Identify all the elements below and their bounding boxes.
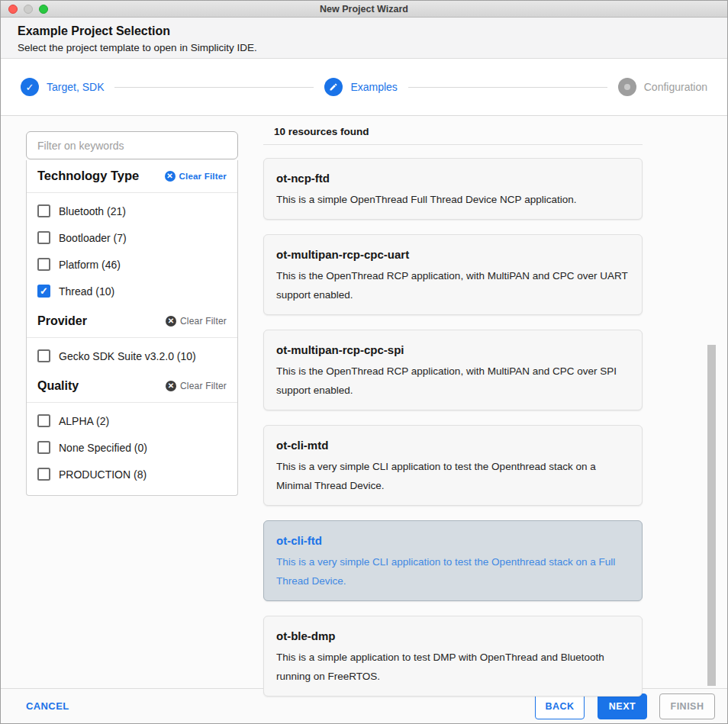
filter-option-gecko-sdk[interactable]: Gecko SDK Suite v3.2.0 (10) bbox=[27, 343, 237, 369]
clear-circle-x-icon: ✕ bbox=[166, 381, 176, 391]
checkbox[interactable] bbox=[37, 441, 50, 454]
filter-option-alpha[interactable]: ALPHA (2) bbox=[27, 407, 237, 434]
filter-option-label: Bootloader (7) bbox=[59, 232, 127, 244]
filter-option-bluetooth[interactable]: Bluetooth (21) bbox=[27, 198, 237, 224]
wizard-content: Technology Type ✕ Clear Filter Bluetooth… bbox=[1, 116, 727, 688]
wizard-stepper: ✓ Target, SDK Examples Configuration bbox=[1, 59, 727, 116]
page-title: Example Project Selection bbox=[18, 24, 710, 38]
clear-circle-x-icon: ✕ bbox=[165, 171, 176, 182]
clear-filter-technology-button[interactable]: ✕ Clear Filter bbox=[165, 171, 227, 182]
filter-option-label: Thread (10) bbox=[59, 285, 114, 298]
titlebar: New Project Wizard bbox=[1, 1, 727, 18]
checkbox[interactable] bbox=[37, 204, 50, 217]
cancel-button[interactable]: CANCEL bbox=[26, 700, 69, 712]
card-description: This is the OpenThread RCP application, … bbox=[276, 266, 630, 304]
quality-options: ALPHA (2) None Specified (0) PRODUCTION … bbox=[27, 403, 237, 489]
step-label: Configuration bbox=[644, 81, 707, 93]
filter-option-none-specified[interactable]: None Specified (0) bbox=[27, 434, 237, 461]
example-card-ot-ble-dmp[interactable]: ot-ble-dmp This is a simple application … bbox=[263, 616, 643, 697]
example-card-ot-multipan-rcp-cpc-uart[interactable]: ot-multipan-rcp-cpc-uart This is the Ope… bbox=[263, 234, 643, 315]
finish-button[interactable]: FINISH bbox=[659, 693, 715, 719]
window-title: New Project Wizard bbox=[1, 4, 727, 14]
new-project-wizard-window: New Project Wizard Example Project Selec… bbox=[0, 0, 728, 724]
card-description: This is a simple application to test DMP… bbox=[276, 648, 630, 686]
clear-filter-provider-button[interactable]: ✕ Clear Filter bbox=[166, 316, 227, 327]
card-title: ot-multipan-rcp-cpc-spi bbox=[276, 343, 630, 356]
checkbox[interactable] bbox=[37, 285, 50, 298]
checkbox[interactable] bbox=[37, 414, 50, 427]
card-description: This is a very simple CLI application to… bbox=[276, 552, 630, 590]
card-title: ot-multipan-rcp-cpc-uart bbox=[276, 248, 630, 261]
filter-option-label: Gecko SDK Suite v3.2.0 (10) bbox=[59, 350, 196, 362]
back-button[interactable]: BACK bbox=[535, 693, 585, 719]
card-description: This is a simple OpenThread Full Thread … bbox=[276, 190, 630, 209]
filter-option-production[interactable]: PRODUCTION (8) bbox=[27, 461, 237, 487]
card-title: ot-ncp-ftd bbox=[276, 172, 630, 185]
clear-filter-quality-button[interactable]: ✕ Clear Filter bbox=[166, 381, 227, 391]
filter-sidebar: Technology Type ✕ Clear Filter Bluetooth… bbox=[26, 131, 238, 496]
step-target-sdk[interactable]: ✓ Target, SDK bbox=[21, 78, 104, 96]
filter-option-label: Platform (46) bbox=[59, 259, 121, 271]
filter-option-label: PRODUCTION (8) bbox=[59, 468, 147, 481]
page-header: Example Project Selection Select the pro… bbox=[1, 18, 727, 59]
provider-options: Gecko SDK Suite v3.2.0 (10) bbox=[27, 338, 237, 371]
check-icon: ✓ bbox=[21, 78, 39, 96]
technology-type-options: Bluetooth (21) Bootloader (7) Platform (… bbox=[27, 193, 237, 306]
keyword-filter-input[interactable] bbox=[26, 131, 238, 159]
filter-section-quality: Quality ✕ Clear Filter bbox=[27, 371, 237, 403]
step-label: Examples bbox=[350, 81, 397, 93]
stepper-connector bbox=[408, 87, 607, 88]
stepper-connector bbox=[114, 87, 314, 88]
dot-icon bbox=[618, 78, 636, 96]
card-description: This is the OpenThread RCP application, … bbox=[276, 362, 630, 400]
checkbox[interactable] bbox=[37, 468, 50, 481]
results-divider bbox=[263, 144, 643, 145]
filter-option-thread[interactable]: Thread (10) bbox=[27, 278, 237, 304]
clear-filter-label: Clear Filter bbox=[179, 172, 227, 181]
filter-option-label: Bluetooth (21) bbox=[59, 205, 126, 217]
example-card-list: ot-ncp-ftd This is a simple OpenThread F… bbox=[263, 158, 643, 697]
scrollbar-thumb[interactable] bbox=[707, 345, 716, 686]
filter-section-title: Quality bbox=[37, 379, 79, 393]
checkbox[interactable] bbox=[37, 349, 50, 362]
clear-circle-x-icon: ✕ bbox=[166, 316, 176, 327]
results-panel: 10 resources found ot-ncp-ftd This is a … bbox=[263, 126, 643, 697]
clear-filter-label: Clear Filter bbox=[180, 381, 227, 391]
checkbox[interactable] bbox=[37, 258, 50, 271]
filter-section-title: Technology Type bbox=[37, 169, 139, 183]
page-subtitle: Select the project template to open in S… bbox=[18, 42, 710, 53]
next-button[interactable]: NEXT bbox=[598, 693, 647, 719]
results-count: 10 resources found bbox=[263, 126, 643, 137]
filter-option-platform[interactable]: Platform (46) bbox=[27, 251, 237, 278]
filter-section-title: Provider bbox=[37, 314, 87, 328]
step-configuration[interactable]: Configuration bbox=[618, 78, 707, 96]
step-label: Target, SDK bbox=[47, 81, 104, 93]
filter-option-bootloader[interactable]: Bootloader (7) bbox=[27, 224, 237, 251]
example-card-ot-cli-mtd[interactable]: ot-cli-mtd This is a very simple CLI app… bbox=[263, 425, 643, 506]
pencil-icon bbox=[324, 78, 343, 96]
filter-panel: Technology Type ✕ Clear Filter Bluetooth… bbox=[26, 160, 238, 496]
filter-option-label: ALPHA (2) bbox=[59, 415, 109, 427]
filter-option-label: None Specified (0) bbox=[59, 442, 147, 454]
step-examples[interactable]: Examples bbox=[324, 78, 397, 96]
checkbox[interactable] bbox=[37, 231, 50, 244]
example-card-ot-multipan-rcp-cpc-spi[interactable]: ot-multipan-rcp-cpc-spi This is the Open… bbox=[263, 330, 643, 410]
clear-filter-label: Clear Filter bbox=[180, 316, 227, 327]
card-title: ot-ble-dmp bbox=[276, 629, 630, 642]
example-card-ot-cli-ftd[interactable]: ot-cli-ftd This is a very simple CLI app… bbox=[263, 520, 643, 601]
filter-section-provider: Provider ✕ Clear Filter bbox=[27, 306, 237, 338]
example-card-ot-ncp-ftd[interactable]: ot-ncp-ftd This is a simple OpenThread F… bbox=[263, 158, 643, 220]
card-title: ot-cli-ftd bbox=[276, 534, 630, 547]
card-title: ot-cli-mtd bbox=[276, 439, 630, 452]
filter-section-technology-type: Technology Type ✕ Clear Filter bbox=[27, 160, 237, 193]
card-description: This is a very simple CLI application to… bbox=[276, 457, 630, 495]
